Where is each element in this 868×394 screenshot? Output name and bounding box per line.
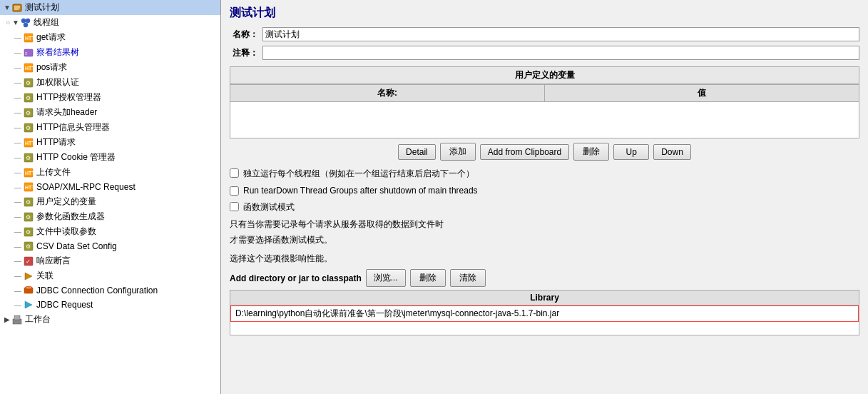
browse-button[interactable]: 浏览... — [366, 269, 406, 287]
comment-input[interactable] — [262, 46, 859, 60]
tree-item-test-plan[interactable]: ▼ 测试计划 — [0, 0, 220, 15]
tree-item-results[interactable]: — ≡ 察看结果树 — [0, 45, 220, 60]
tree-label-thread-group: 线程组 — [34, 16, 59, 29]
sampler-icon5: HTTP — [23, 181, 34, 193]
svg-text:⚙: ⚙ — [26, 125, 31, 131]
expand-icon: ▼ — [3, 4, 11, 11]
user-vars-table: 名称: 值 — [230, 84, 859, 138]
checkbox3-label: 函数测试模式 — [243, 201, 295, 213]
dash-icon12: — — [14, 198, 21, 206]
dash-icon11: — — [14, 183, 21, 191]
tree-item-filereader[interactable]: — ⚙ 文件中读取参数 — [0, 224, 220, 239]
config-icon1: ⚙ — [23, 77, 34, 89]
library-table: Library D:\learning\python自动化课前准备\第一阶段\j… — [230, 290, 859, 335]
checkbox1[interactable] — [230, 168, 239, 178]
tree-label-filereader: 文件中读取参数 — [36, 226, 96, 238]
delete-button[interactable]: 删除 — [573, 143, 609, 161]
svg-text:HTTP: HTTP — [25, 185, 34, 190]
comment-label: 注释： — [230, 47, 258, 59]
detail-button[interactable]: Detail — [398, 144, 436, 160]
dash-icon6: — — [14, 108, 21, 116]
tree-item-get[interactable]: — HTTP get请求 — [0, 30, 220, 45]
sampler-icon2: HTTP — [23, 62, 34, 74]
tree-item-upload[interactable]: — HTTP 上传文件 — [0, 165, 220, 180]
library-entry-row[interactable]: D:\learning\python自动化课前准备\第一阶段\jmeter\my… — [230, 305, 859, 322]
tree-label-header: 请求头加header — [36, 106, 97, 118]
tree-item-header[interactable]: — ⚙ 请求头加header — [0, 105, 220, 120]
tree-item-jdbc-req[interactable]: — JDBC Request — [0, 298, 220, 312]
tree-item-workbench[interactable]: ▶ 工作台 — [0, 312, 220, 327]
svg-text:⚙: ⚙ — [26, 199, 31, 206]
dash-icon9: — — [14, 153, 21, 161]
delete-library-button[interactable]: 删除 — [410, 269, 446, 287]
tree-item-soap[interactable]: — HTTP SOAP/XML-RPC Request — [0, 180, 220, 194]
tree-item-http-auth[interactable]: — ⚙ HTTP授权管理器 — [0, 90, 220, 105]
tree-label-results: 察看结果树 — [36, 46, 79, 59]
tree-item-thread-group[interactable]: ○ ▼ 线程组 — [0, 15, 220, 30]
library-header: Library — [230, 291, 859, 305]
tree-item-uservars[interactable]: — ⚙ 用户定义的变量 — [0, 194, 220, 209]
dash-icon3: — — [14, 64, 21, 71]
config-icon7: ⚙ — [23, 211, 34, 223]
tree-item-auth[interactable]: — ⚙ 加权限认证 — [0, 75, 220, 90]
tree-item-counter[interactable]: — ⚙ 参数化函数生成器 — [0, 209, 220, 224]
dash-icon19: — — [14, 301, 21, 309]
tree-label-csv: CSV Data Set Config — [36, 241, 117, 251]
tree-label-counter: 参数化函数生成器 — [36, 211, 105, 223]
dash-icon13: — — [14, 213, 21, 221]
svg-text:HTTP: HTTP — [25, 36, 34, 41]
tree-label-cookie: HTTP Cookie 管理器 — [36, 151, 116, 163]
checkbox3[interactable] — [230, 202, 239, 211]
add-button[interactable]: 添加 — [440, 143, 476, 161]
tree-label-get: get请求 — [36, 31, 66, 44]
jdbc-icon1 — [23, 285, 34, 296]
name-row: 名称： — [221, 25, 868, 44]
down-button[interactable]: Down — [653, 144, 691, 160]
svg-text:≡: ≡ — [25, 51, 28, 56]
up-button[interactable]: Up — [613, 144, 649, 160]
tree-item-assertion[interactable]: — ✓ 响应断言 — [0, 253, 220, 268]
svg-text:⚙: ⚙ — [26, 229, 31, 236]
classpath-row: Add directory or jar to classpath 浏览... … — [221, 266, 868, 290]
tree-item-http-header[interactable]: — ⚙ HTTP信息头管理器 — [0, 120, 220, 135]
add-from-clipboard-button[interactable]: Add from Clipboard — [480, 144, 569, 160]
name-input[interactable] — [262, 27, 859, 41]
jdbc-icon2 — [23, 299, 34, 310]
main-panel: 测试计划 名称： 注释： 用户定义的变量 名称: 值 Detail 添加 Add… — [221, 0, 868, 394]
svg-text:⚙: ⚙ — [26, 155, 31, 161]
checkbox2[interactable] — [230, 186, 239, 196]
dash-icon14: — — [14, 228, 21, 236]
tree-label-uservars: 用户定义的变量 — [36, 196, 96, 208]
tree-item-link[interactable]: — 关联 — [0, 268, 220, 283]
testplan-icon — [11, 2, 23, 14]
dash-icon: — — [14, 34, 21, 41]
dash-icon16: — — [14, 257, 21, 265]
func-desc3: 选择这个选项很影响性能。 — [221, 251, 868, 266]
svg-marker-42 — [25, 301, 32, 308]
checkbox1-label: 独立运行每个线程组（例如在一个组运行结束后启动下一个） — [243, 168, 474, 180]
tree-item-pos[interactable]: — HTTP pos请求 — [0, 60, 220, 75]
svg-point-41 — [25, 286, 32, 289]
tree-label-link: 关联 — [36, 270, 53, 282]
tree-label-upload: 上传文件 — [36, 166, 71, 178]
library-entry: D:\learning\python自动化课前准备\第一阶段\jmeter\my… — [235, 308, 559, 318]
tree-label-jdbc-req: JDBC Request — [36, 300, 93, 310]
svg-marker-39 — [25, 273, 32, 280]
tree-item-cookie[interactable]: — ⚙ HTTP Cookie 管理器 — [0, 150, 220, 165]
workbench-icon — [11, 314, 23, 325]
dash-icon17: — — [14, 272, 21, 280]
sampler-icon1: HTTP — [23, 32, 34, 44]
clear-button[interactable]: 清除 — [450, 269, 486, 287]
config-icon8: ⚙ — [23, 226, 34, 238]
dash-icon18: — — [14, 287, 21, 295]
tree-label-workbench: 工作台 — [25, 313, 51, 325]
tree-item-jdbc-conn[interactable]: — JDBC Connection Configuration — [0, 283, 220, 298]
tree-item-http-req[interactable]: — HTTP HTTP请求 — [0, 135, 220, 150]
tree-item-csv[interactable]: — ⚙ CSV Data Set Config — [0, 239, 220, 253]
dash-icon2: — — [14, 49, 21, 56]
config-icon9: ⚙ — [23, 241, 34, 252]
svg-text:HTTP: HTTP — [25, 66, 34, 71]
threadgroup-icon — [20, 17, 31, 29]
expand-icon2: ▼ — [11, 19, 20, 26]
config-icon3: ⚙ — [23, 107, 34, 118]
